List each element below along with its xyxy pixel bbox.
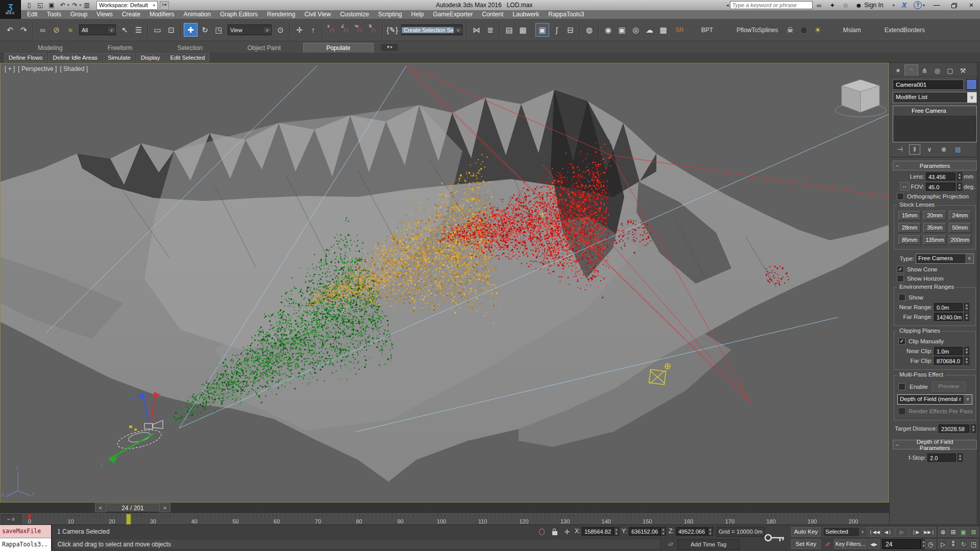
key-mode-combo[interactable]: Selected ∨ (823, 527, 867, 537)
search-icon[interactable]: ∞ (813, 2, 826, 9)
show-end-result-icon[interactable]: ‖ (909, 144, 920, 155)
isolate-selection-icon[interactable] (537, 527, 546, 536)
select-object-icon[interactable]: ↖ (118, 23, 131, 36)
undo-icon[interactable]: ↶ (4, 23, 16, 36)
previous-frame-button[interactable]: ◀❘ (881, 527, 895, 537)
scene-explorer-icon[interactable]: ▣ (535, 23, 549, 37)
multipass-effect-dropdown[interactable]: Depth of Field (mental r ∨ (897, 394, 972, 405)
workspace-selector[interactable]: Workspace: Default ▾ (96, 1, 158, 10)
object-color-swatch[interactable] (966, 79, 977, 90)
render-in-cloud-icon[interactable]: ☁ (643, 23, 656, 36)
menu-edit[interactable]: Edit (22, 10, 42, 19)
near-range-spinner[interactable]: ▲▼ (964, 303, 969, 311)
time-configuration-icon[interactable]: ◷ (925, 539, 936, 549)
clip-manually-checkbox[interactable]: ✓ (898, 338, 905, 345)
perspective-viewport[interactable]: z x y z x y (0, 63, 889, 503)
view-cube[interactable] (835, 80, 886, 117)
x-coordinate-field[interactable]: 158564.82 (582, 527, 614, 536)
sun-script-icon[interactable]: ☀ (811, 23, 824, 36)
key-filters-pen-icon[interactable]: ✎ (823, 540, 832, 549)
lens-field[interactable]: 43.456 (926, 172, 955, 181)
object-name-field[interactable]: Camera001 (893, 80, 964, 90)
ribbon-flyout-button[interactable]: ▼▾ (381, 44, 398, 51)
stock-lens-24mm[interactable]: 24mm (949, 211, 971, 220)
reference-coordinate-combo[interactable]: View∨ (228, 24, 272, 35)
align-icon[interactable]: ≣ (484, 23, 497, 36)
target-distance-spinner[interactable]: ▲▼ (971, 424, 976, 433)
stock-lens-35mm[interactable]: 35mm (923, 223, 946, 233)
max-application-menu[interactable]: Ʒ MAX (0, 0, 21, 19)
menu-graph-editors[interactable]: Graph Editors (215, 10, 262, 19)
modifier-stack[interactable]: Free Camera (893, 106, 977, 142)
favorites-star-icon[interactable]: ☆ (839, 2, 852, 9)
maxscript-mini-listener[interactable]: saveMaxFile RappaTools3.. (0, 525, 52, 551)
stock-lens-85mm[interactable]: 85mm (898, 235, 921, 245)
far-clip-spinner[interactable]: ▲▼ (964, 357, 969, 365)
zoom-all-icon[interactable]: ⊞ (948, 527, 958, 537)
menu-group[interactable]: Group (66, 10, 92, 19)
toolbar-flyout-button[interactable]: ≡▾ (160, 1, 169, 10)
menu-civil-view[interactable]: Civil View (300, 10, 335, 19)
use-pivot-center-icon[interactable]: ⊙ (274, 23, 287, 36)
far-range-field[interactable]: 14240.0m (934, 313, 963, 321)
schematic-view-icon[interactable]: ⊟ (564, 23, 577, 36)
redo-icon[interactable]: ↷ (70, 1, 80, 9)
render-production-icon[interactable]: ◎ (629, 23, 642, 36)
menu-customize[interactable]: Customize (335, 10, 374, 19)
hierarchy-tab-icon[interactable]: ⋔ (918, 65, 931, 76)
communication-center-icon[interactable]: ✦ (826, 2, 839, 9)
target-distance-field[interactable]: 23028.58 (939, 424, 969, 433)
chevron-down-icon[interactable]: ▾ (80, 3, 82, 7)
skull-script-icon[interactable]: ☠ (783, 23, 796, 36)
key-mode-toggle[interactable]: ◀▶ (868, 539, 880, 549)
footsteps-icon[interactable]: ⁑ (948, 539, 958, 549)
remove-modifier-icon[interactable]: ⊗ (939, 145, 949, 154)
time-tag-icon[interactable]: ▱ (666, 539, 675, 548)
render-effects-per-pass-checkbox[interactable]: ✓ (898, 408, 905, 415)
near-clip-spinner[interactable]: ▲▼ (964, 347, 969, 355)
menu-gameexporter[interactable]: GameExporter (428, 10, 477, 19)
viewport-shading-menu[interactable]: [ Shaded ] (60, 65, 88, 72)
new-file-icon[interactable]: ▯ (24, 1, 34, 9)
lens-spinner[interactable]: ▲▼ (957, 172, 962, 181)
render-last-icon[interactable]: ▩ (657, 23, 670, 36)
render-setup-icon[interactable]: ◉ (602, 23, 615, 36)
time-slider-label[interactable]: 24 / 201 (106, 503, 159, 512)
preview-button[interactable]: Preview (932, 382, 966, 391)
keyboard-override-icon[interactable]: ↑ (307, 23, 320, 36)
viewport-pov-menu[interactable]: [ Perspective ] (18, 65, 57, 72)
menu-views[interactable]: Views (92, 10, 117, 19)
menu-modifiers[interactable]: Modifiers (145, 10, 179, 19)
viewport-general-menu[interactable]: [ + ] (5, 65, 15, 72)
near-range-field[interactable]: 0.0m (934, 303, 963, 311)
ribbon-tab-modeling[interactable]: Modeling (15, 43, 85, 53)
modify-tab-icon[interactable]: ◝ (904, 64, 918, 76)
stock-lens-15mm[interactable]: 15mm (898, 211, 921, 220)
sr-script-button[interactable]: SR (675, 27, 684, 34)
go-to-end-button[interactable]: ▶▶❘ (923, 527, 936, 537)
idle-area-gizmo[interactable] (649, 364, 670, 385)
fstop-spinner[interactable]: ▲▼ (958, 454, 963, 462)
stock-lens-28mm[interactable]: 28mm (898, 223, 921, 233)
ribbon-tab-selection[interactable]: Selection (155, 43, 225, 53)
z-spinner[interactable]: ▲▼ (707, 527, 713, 536)
manage-layer-states-icon[interactable]: ▦ (517, 23, 529, 36)
camera-object-gizmo[interactable]: z x y (101, 392, 163, 467)
fov-field[interactable]: 45.0 (926, 183, 955, 191)
bpt-script-button[interactable]: BPT (701, 27, 713, 34)
select-and-move-icon[interactable]: ✚ (184, 23, 198, 37)
selection-filter-combo[interactable]: All∨ (79, 24, 116, 35)
add-time-tag-button[interactable]: Add Time Tag (677, 539, 740, 550)
go-to-start-button[interactable]: ❘◀◀ (868, 527, 881, 537)
menu-scripting[interactable]: Scripting (374, 10, 407, 19)
set-key-button[interactable]: Set Key (791, 539, 821, 549)
populate-button-display[interactable]: Display (136, 53, 165, 62)
ribbon-tab-freeform[interactable]: Freeform (85, 43, 155, 53)
walkthrough-icon[interactable]: ▷ (938, 539, 948, 549)
save-file-icon[interactable]: ▣ (46, 1, 57, 9)
keyword-search-input[interactable] (730, 1, 813, 9)
menu-rendering[interactable]: Rendering (262, 10, 300, 19)
track-bar[interactable]: ∼≡ (0, 513, 889, 525)
menu-rappatools3[interactable]: RappaTools3 (544, 10, 589, 19)
motion-tab-icon[interactable]: ◎ (931, 65, 944, 76)
